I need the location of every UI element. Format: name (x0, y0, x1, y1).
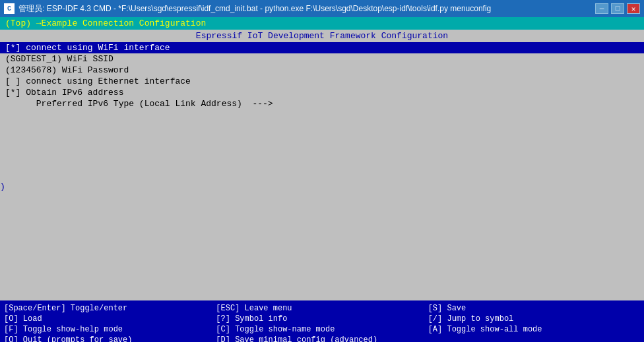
status-item-7: [C] Toggle show-name mode (216, 324, 428, 335)
title-bar: C 管理员: ESP-IDF 4.3 CMD - *F:\Users\sgd\e… (0, 0, 644, 17)
status-item-1: [ESC] Leave menu (216, 303, 428, 314)
status-item-0: [Space/Enter] Toggle/enter (4, 303, 216, 314)
header-row: (Top) →Example Connection Configuration (0, 17, 644, 30)
status-item-9: [Q] Quit (prompts for save) (4, 335, 216, 342)
minimize-button[interactable]: — (595, 3, 608, 14)
title-bar-text: 管理员: ESP-IDF 4.3 CMD - *F:\Users\sgd\esp… (18, 3, 591, 14)
status-bar: [Space/Enter] Toggle/enter[ESC] Leave me… (0, 300, 644, 342)
restore-button[interactable]: □ (611, 3, 624, 14)
status-item-10: [D] Save minimal config (advanced) (216, 335, 428, 342)
config-area: [*] connect using WiFi interface(SGDTEST… (0, 42, 644, 109)
config-line-0[interactable]: [*] connect using WiFi interface (0, 42, 644, 53)
config-line-5[interactable]: Preferred IPv6 Type (Local Link Address)… (0, 98, 644, 109)
config-line-2[interactable]: (12345678) WiFi Password (0, 65, 644, 76)
close-button[interactable]: ✕ (627, 3, 640, 14)
config-line-3[interactable]: [ ] connect using Ethernet interface (0, 76, 644, 87)
window-controls: — □ ✕ (595, 3, 640, 14)
framework-title: Espressif IoT Development Framework Conf… (196, 31, 448, 41)
status-item-5: [/] Jump to symbol (428, 314, 640, 324)
terminal-area: (Top) →Example Connection Configuration … (0, 17, 644, 300)
status-item-3: [O] Load (4, 314, 216, 324)
config-line-1[interactable]: (SGDTEST_1) WiFi SSID (0, 53, 644, 65)
breadcrumb: (Top) →Example Connection Configuration (5, 18, 206, 28)
status-item-8: [A] Toggle show-all mode (428, 324, 640, 335)
status-item-4: [?] Symbol info (216, 314, 428, 324)
status-item-6: [F] Toggle show-help mode (4, 324, 216, 335)
center-title: Espressif IoT Development Framework Conf… (0, 30, 644, 42)
config-line-4[interactable]: [*] Obtain IPv6 address (0, 87, 644, 98)
app-icon: C (4, 3, 15, 14)
left-bracket: ) (0, 182, 5, 192)
status-item-2: [S] Save (428, 303, 640, 314)
